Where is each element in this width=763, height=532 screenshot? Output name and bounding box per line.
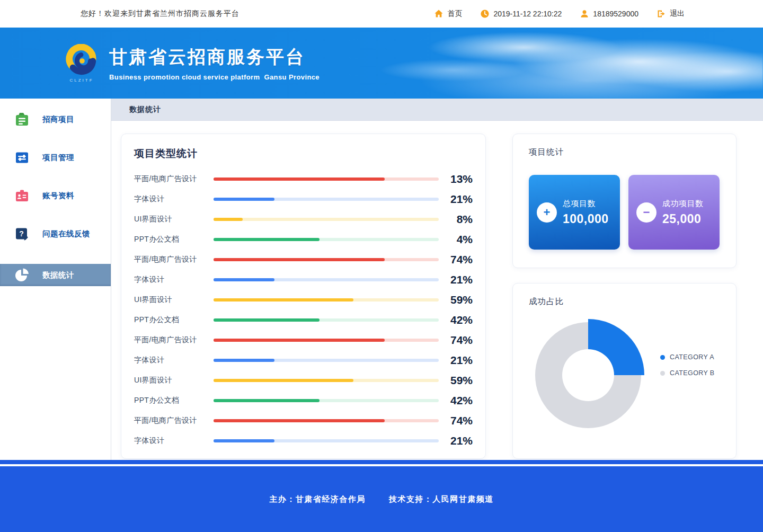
site-logo: CLZITF — [65, 44, 99, 83]
bar-row: PPT办公文档 4% — [134, 233, 473, 246]
bar-track — [214, 218, 439, 221]
bar-track — [214, 238, 439, 241]
bar-value: 4% — [439, 233, 473, 246]
bar-row: 字体设计 21% — [134, 353, 473, 367]
bar-track — [214, 178, 439, 181]
bar-fill — [214, 379, 353, 382]
bar-value: 42% — [439, 394, 473, 407]
bar-fill — [214, 198, 274, 201]
logout-button[interactable]: 退出 — [656, 9, 685, 19]
bar-value: 74% — [439, 334, 473, 347]
bar-row: 字体设计 21% — [134, 434, 473, 448]
logout-icon — [656, 9, 666, 19]
bar-label: PPT办公文档 — [134, 235, 214, 244]
topbar: 您好！欢迎来到甘肃省兰州市招商云服务平台 首页 2019-11-12 22:10… — [0, 0, 763, 28]
datetime-text: 2019-11-12 22:10:22 — [493, 10, 562, 18]
bar-label: 平面/电商广告设计 — [134, 174, 214, 184]
legend-item-category-a[interactable]: CATEGORY A — [660, 353, 715, 361]
project-stats-card: 项目统计 + 总项目数 100,000 − — [512, 134, 737, 268]
bar-label: 字体设计 — [134, 356, 214, 365]
user-account[interactable]: 18189529000 — [580, 9, 638, 19]
bar-row: 平面/电商广告设计 13% — [134, 172, 473, 186]
site-subtitle: Business promotion cloud service platfor… — [109, 73, 320, 81]
datetime-display: 2019-11-12 22:10:22 — [480, 9, 562, 19]
bar-track — [214, 298, 439, 302]
id-card-icon — [14, 188, 30, 203]
bar-track — [214, 318, 439, 322]
bar-label: 字体设计 — [134, 194, 214, 204]
clipboard-icon — [14, 111, 30, 127]
stat-value: 100,000 — [563, 212, 609, 226]
logo-caption: CLZITF — [69, 78, 93, 83]
bar-row: 平面/电商广告设计 74% — [134, 253, 473, 267]
stat-label: 总项目数 — [563, 199, 609, 209]
bar-track — [214, 198, 439, 201]
total-projects-tile: + 总项目数 100,000 — [529, 175, 620, 250]
bar-value: 13% — [439, 173, 473, 185]
sidebar-item-account-info[interactable]: 账号资料 — [0, 183, 111, 208]
legend-dot-a — [660, 355, 665, 360]
user-icon — [580, 9, 589, 19]
bar-row: 平面/电商广告设计 74% — [134, 414, 473, 428]
content-area: 数据统计 项目类型统计 平面/电商广告设计 13% 字体设计 21% UI界面设… — [111, 99, 763, 460]
panels: 项目类型统计 平面/电商广告设计 13% 字体设计 21% UI界面设计 8% … — [111, 121, 763, 460]
bar-fill — [214, 439, 274, 442]
bar-row: 平面/电商广告设计 74% — [134, 333, 473, 347]
plus-icon: + — [537, 202, 557, 223]
swirl-logo-icon — [65, 44, 99, 77]
clock-icon — [480, 9, 490, 19]
bar-label: 字体设计 — [134, 436, 214, 446]
brand-block: 甘肃省云招商服务平台 Business promotion cloud serv… — [109, 45, 320, 81]
success-projects-tile: − 成功项目数 25,000 — [628, 175, 720, 250]
bar-track — [214, 339, 439, 342]
bar-fill — [214, 359, 274, 362]
sidebar-item-feedback[interactable]: ? 问题在线反馈 — [0, 221, 111, 246]
donut-body: CATEGORY A CATEGORY B — [529, 312, 720, 438]
sidebar-item-label: 问题在线反馈 — [42, 229, 90, 239]
donut-legend: CATEGORY A CATEGORY B — [660, 353, 715, 377]
bar-fill — [214, 238, 320, 241]
sidebar-item-data-statistics[interactable]: 数据统计 — [0, 264, 111, 286]
bar-row: UI界面设计 59% — [134, 374, 473, 387]
minus-icon: − — [636, 202, 656, 223]
breadcrumb: 数据统计 — [111, 99, 763, 121]
bar-label: PPT办公文档 — [134, 315, 214, 325]
bar-label: UI界面设计 — [134, 376, 214, 385]
sidebar: 招商项目 项目管理 — [0, 99, 111, 460]
footer: 主办：甘肃省经济合作局 技术支持：人民网甘肃频道 — [0, 466, 763, 532]
bar-track — [214, 419, 439, 422]
legend-item-category-b[interactable]: CATEGORY B — [660, 369, 715, 377]
topbar-nav: 首页 2019-11-12 22:10:22 18189529000 — [434, 9, 685, 19]
bar-fill — [214, 318, 320, 322]
main-area: 招商项目 项目管理 — [0, 99, 763, 460]
sidebar-item-project-management[interactable]: 项目管理 — [0, 145, 111, 170]
bar-track — [214, 439, 439, 442]
svg-text:?: ? — [19, 229, 24, 238]
bar-fill — [214, 298, 353, 302]
stat-label: 成功项目数 — [662, 199, 704, 209]
stat-tiles: + 总项目数 100,000 − 成功项目数 25,000 — [529, 175, 720, 250]
success-ratio-card: 成功占比 CATEGORY A — [512, 283, 737, 459]
bar-fill — [214, 278, 274, 281]
bar-label: 平面/电商广告设计 — [134, 255, 214, 264]
bar-value: 21% — [439, 193, 473, 206]
welcome-text: 您好！欢迎来到甘肃省兰州市招商云服务平台 — [81, 9, 239, 19]
site-title: 甘肃省云招商服务平台 — [109, 45, 320, 69]
sidebar-item-investment-projects[interactable]: 招商项目 — [0, 107, 111, 131]
bar-row: 字体设计 21% — [134, 273, 473, 287]
home-link[interactable]: 首页 — [434, 9, 462, 19]
bars-card-title: 项目类型统计 — [134, 147, 473, 161]
bar-row: UI界面设计 8% — [134, 212, 473, 226]
legend-label: CATEGORY A — [670, 353, 714, 361]
stat-value: 25,000 — [662, 212, 704, 226]
bar-row: PPT办公文档 42% — [134, 313, 473, 327]
bar-rows: 平面/电商广告设计 13% 字体设计 21% UI界面设计 8% PPT办公文档… — [134, 172, 473, 448]
phone-number: 18189529000 — [593, 10, 638, 18]
legend-dot-b — [660, 371, 665, 376]
bar-value: 74% — [439, 253, 473, 266]
bar-value: 59% — [439, 294, 473, 306]
bar-fill — [214, 218, 243, 221]
footer-support: 技术支持：人民网甘肃频道 — [389, 494, 494, 504]
home-label: 首页 — [447, 9, 462, 19]
bar-value: 74% — [439, 414, 473, 427]
